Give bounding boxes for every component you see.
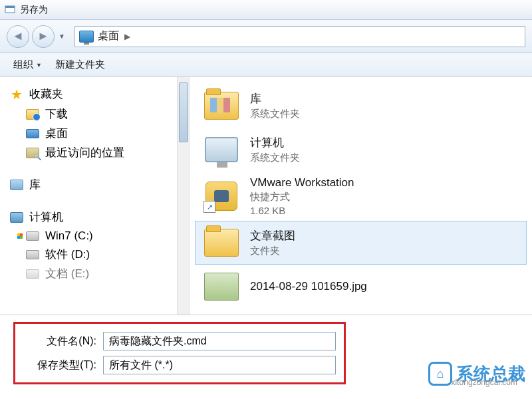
watermark: ⌂ 系统总裁 xitongzongcai.com — [428, 362, 525, 386]
sidebar-item-drive-c[interactable]: Win7 (C:) — [3, 227, 186, 245]
address-crumb: 桌面 — [98, 29, 119, 43]
desktop-label: 桌面 — [45, 126, 68, 141]
filename-label: 文件名(N): — [23, 334, 96, 348]
entry-name: 计算机 — [250, 135, 300, 150]
titlebar: 另存为 — [0, 0, 532, 20]
app-icon — [4, 4, 16, 16]
chevron-right-icon[interactable]: ▶ — [124, 32, 130, 41]
recent-icon — [26, 148, 39, 158]
drive-icon — [26, 231, 39, 241]
sidebar-computer[interactable]: 计算机 — [3, 207, 186, 227]
desktop-icon — [26, 129, 39, 138]
toolbar: 组织 ▼ 新建文件夹 — [0, 53, 532, 77]
chevron-down-icon: ▼ — [36, 62, 42, 68]
entry-image[interactable]: 2014-08-29 101659.jpg — [195, 265, 527, 305]
libraries-label: 库 — [29, 177, 41, 192]
sidebar-item-desktop[interactable]: 桌面 — [3, 124, 186, 143]
organize-button[interactable]: 组织 ▼ — [9, 56, 46, 74]
new-folder-label: 新建文件夹 — [55, 59, 105, 71]
entry-screenshots[interactable]: 文章截图 文件夹 — [195, 221, 527, 265]
star-icon: ★ — [9, 88, 24, 101]
downloads-icon — [26, 109, 39, 120]
vmware-icon: ↗ — [205, 182, 237, 211]
watermark-logo-icon: ⌂ — [428, 362, 452, 386]
window-title: 另存为 — [20, 4, 48, 16]
main-area: ★ 收藏夹 下载 桌面 最近访问的位置 库 — [0, 77, 532, 315]
entry-libraries[interactable]: 库 系统文件夹 — [195, 84, 527, 128]
svg-rect-1 — [5, 6, 15, 8]
drive-icon — [26, 250, 39, 259]
computer-label: 计算机 — [29, 209, 63, 225]
entry-sub: 系统文件夹 — [250, 152, 300, 164]
entry-sub2: 1.62 KB — [250, 205, 354, 216]
navbar: ◄ ► ▼ 桌面 ▶ — [0, 20, 532, 53]
shortcut-arrow-icon: ↗ — [203, 201, 215, 213]
entry-sub: 快捷方式 — [250, 191, 354, 203]
sidebar-item-recent[interactable]: 最近访问的位置 — [3, 143, 186, 162]
favorites-label: 收藏夹 — [29, 86, 63, 102]
sidebar-libraries[interactable]: 库 — [3, 174, 186, 195]
sidebar-item-drive-d[interactable]: 软件 (D:) — [3, 245, 186, 264]
save-panel: 文件名(N): 保存类型(T): 所有文件 (*.*) ⌂ 系统总裁 xiton… — [0, 315, 532, 391]
watermark-url: xitongzongcai.com — [452, 378, 517, 387]
image-icon — [204, 273, 239, 301]
libraries-icon — [10, 180, 23, 190]
drive-c-label: Win7 (C:) — [45, 229, 93, 243]
drive-e-label: 文档 (E:) — [45, 266, 89, 281]
entry-sub: 文件夹 — [250, 245, 295, 257]
folder-icon — [204, 229, 239, 257]
entry-name: 库 — [250, 91, 300, 106]
sidebar-scrollbar[interactable] — [177, 77, 189, 315]
new-folder-button[interactable]: 新建文件夹 — [51, 56, 109, 74]
entry-name: VMware Workstation — [250, 176, 354, 190]
scrollbar-thumb[interactable] — [179, 82, 188, 142]
entry-vmware[interactable]: ↗ VMware Workstation 快捷方式 1.62 KB — [195, 172, 527, 221]
filename-input[interactable] — [103, 332, 336, 350]
computer-large-icon — [205, 137, 238, 162]
back-button[interactable]: ◄ — [7, 25, 29, 48]
sidebar-favorites[interactable]: ★ 收藏夹 — [3, 84, 186, 104]
filetype-value: 所有文件 (*.*) — [109, 358, 173, 372]
entry-sub: 系统文件夹 — [250, 108, 300, 120]
computer-icon — [10, 212, 23, 223]
nav-history-dropdown[interactable]: ▼ — [57, 25, 66, 48]
drive-icon — [26, 269, 39, 279]
address-bar[interactable]: 桌面 ▶ — [74, 26, 525, 47]
libraries-folder-icon — [204, 92, 239, 120]
filetype-label: 保存类型(T): — [23, 358, 96, 372]
sidebar-item-drive-e[interactable]: 文档 (E:) — [3, 264, 186, 283]
downloads-label: 下载 — [45, 106, 68, 122]
sidebar-item-downloads[interactable]: 下载 — [3, 104, 186, 124]
recent-label: 最近访问的位置 — [45, 145, 124, 160]
organize-label: 组织 — [13, 59, 33, 71]
filetype-combo[interactable]: 所有文件 (*.*) — [103, 356, 336, 374]
highlight-annotation: 文件名(N): 保存类型(T): 所有文件 (*.*) — [13, 322, 346, 384]
drive-d-label: 软件 (D:) — [45, 247, 90, 262]
desktop-icon — [79, 31, 94, 43]
entry-name: 文章截图 — [250, 228, 295, 243]
sidebar: ★ 收藏夹 下载 桌面 最近访问的位置 库 — [0, 77, 190, 315]
entry-name: 2014-08-29 101659.jpg — [250, 280, 367, 293]
file-list: 库 系统文件夹 计算机 系统文件夹 ↗ VMware Workstation 快… — [190, 77, 532, 315]
forward-button[interactable]: ► — [32, 25, 55, 48]
entry-computer[interactable]: 计算机 系统文件夹 — [195, 128, 527, 172]
